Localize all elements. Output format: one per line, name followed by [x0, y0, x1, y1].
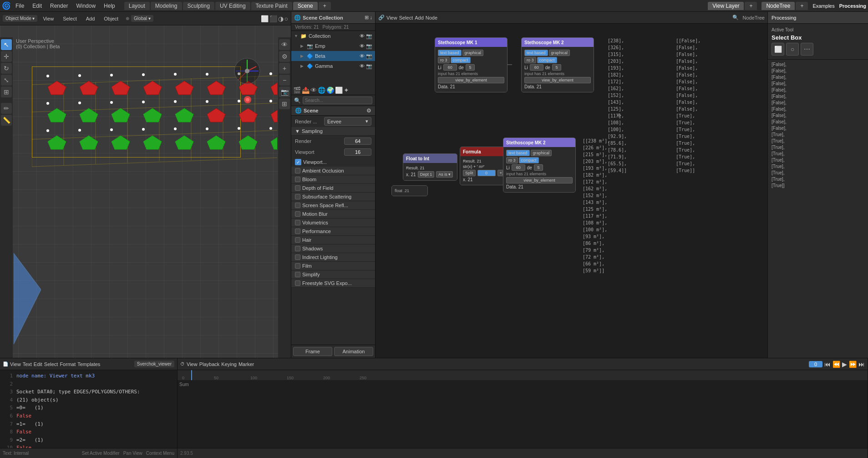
graphical-btn[interactable]: graphical [462, 50, 484, 56]
set-active-modifier-btn[interactable]: Set Active Modifier [82, 451, 120, 456]
view-by-element-btn2[interactable]: view_by_element [524, 77, 591, 83]
menu-render[interactable]: Render [46, 2, 71, 10]
de-value2[interactable]: 5 [552, 64, 561, 71]
viewport-add-menu[interactable]: Add [82, 15, 99, 22]
mode-dropdown[interactable]: Object Mode ▾ [3, 15, 37, 22]
compact-btn3[interactable]: compact [519, 157, 539, 163]
scene-settings-icon[interactable]: ⚙ [366, 107, 371, 114]
freestyle-checkbox[interactable] [295, 280, 300, 286]
view-options-icon[interactable]: ↓ [370, 15, 373, 20]
subsurface-checkbox[interactable] [295, 194, 300, 199]
section-depth-of-field[interactable]: Depth of Field [291, 184, 375, 193]
section-motion-blur[interactable]: Motion Blur [291, 210, 375, 219]
camera-icon[interactable]: 📷 [279, 87, 290, 97]
viewport-select-menu[interactable]: Select [59, 15, 81, 22]
ro3-compact-toggle2[interactable]: ro 3 compact [524, 57, 557, 63]
viewport-3d[interactable]: ↖ ✛ ↻ ⤡ ⊞ ✏ 📏 👁 ⚙ + − 📷 ⊞ [0, 25, 291, 358]
section-bloom[interactable]: Bloom [291, 175, 375, 184]
ssr-checkbox[interactable] [295, 203, 300, 208]
select-box-icon-btn[interactable]: ⬜ [772, 43, 784, 56]
te-select[interactable]: Select [44, 361, 58, 367]
text-editor-content[interactable]: 1 node name: Viewer text mk3 2 3 Socket … [0, 370, 177, 448]
sampling-section[interactable]: ▼ Sampling [291, 127, 375, 136]
prop-tab-view-layer[interactable]: 👁 [310, 87, 317, 94]
tab-scene[interactable]: Scene [293, 2, 318, 10]
viewport-value[interactable]: 16 [344, 148, 371, 156]
shading-render[interactable]: ○ [284, 15, 288, 22]
shading-material[interactable]: ◑ [278, 15, 284, 22]
ro3-compact-toggle3[interactable]: ro 3 compact [506, 157, 539, 163]
eye-icon-gamma[interactable]: 👁 [360, 63, 365, 69]
text-based-btn2[interactable]: text based [524, 50, 548, 56]
fti-depth-btn[interactable]: Dept 1 [418, 171, 435, 178]
compact-btn[interactable]: compact [451, 57, 471, 63]
fti-as-dropdown[interactable]: As is ▾ [436, 171, 453, 178]
zoom-in[interactable]: + [279, 63, 290, 74]
measure-tool[interactable]: 📏 [1, 115, 12, 126]
jump-start-btn[interactable]: ⏮ [824, 361, 831, 368]
tab-texture-paint[interactable]: Texture Paint [251, 2, 292, 10]
formula-split-btn[interactable]: Split [463, 170, 476, 176]
node-add-menu[interactable]: Add [415, 15, 424, 20]
select-circle-icon-btn[interactable]: ○ [786, 43, 799, 56]
camera-select-icon[interactable]: 📷 [366, 33, 372, 39]
tl-playback[interactable]: Playback [199, 361, 220, 367]
node-node-menu[interactable]: Node [426, 15, 437, 20]
te-view[interactable]: View [10, 361, 21, 367]
te-text[interactable]: Text [23, 361, 32, 367]
menu-edit[interactable]: Edit [29, 2, 46, 10]
text-based-btn3[interactable]: text based [506, 150, 530, 156]
eye-icon[interactable]: 👁 [360, 33, 365, 39]
compact-btn2[interactable]: compact [537, 57, 557, 63]
tab-add-node[interactable]: + [796, 2, 808, 10]
graphical-btn2[interactable]: graphical [549, 50, 570, 56]
timeline-content[interactable]: 0 50 100 150 200 250 Sum [178, 370, 868, 448]
prev-frame-btn[interactable]: ⏪ [832, 361, 840, 368]
rotate-tool[interactable]: ↻ [1, 63, 12, 74]
ro3-btn3[interactable]: ro 3 [506, 157, 518, 163]
node-search-icon[interactable]: 🔍 [732, 15, 739, 20]
animation-button[interactable]: Animation [334, 347, 373, 356]
menu-window[interactable]: Window [72, 2, 99, 10]
section-volumetrics[interactable]: Volumetrics [291, 219, 375, 227]
tab-sculpting[interactable]: Sculpting [183, 2, 214, 10]
shadows-checkbox[interactable] [295, 246, 300, 251]
indirect-lighting-checkbox[interactable] [295, 254, 300, 260]
prop-tab-render[interactable]: 🎬 [293, 87, 301, 94]
node-float[interactable]: float .21 [391, 185, 428, 196]
camera-icon-beta[interactable]: 📷 [366, 53, 372, 59]
node-stethoscope-mk2-bottom[interactable]: Stethoscope MK 2 text based graphical ro… [503, 137, 576, 193]
transform-tool[interactable]: ⊞ [1, 87, 12, 97]
menu-file[interactable]: File [12, 2, 28, 10]
motion-blur-checkbox[interactable] [295, 211, 300, 217]
navigator-gizmo[interactable] [233, 57, 261, 86]
performance-checkbox[interactable] [295, 229, 300, 234]
outliner-item-emp[interactable]: ▶ 📷 Emp 👁 📷 [291, 41, 375, 51]
select-lasso-icon-btn[interactable]: ⋯ [801, 43, 813, 56]
camera-icon-emp2[interactable]: 📷 [366, 43, 372, 49]
de-value[interactable]: 5 [466, 64, 475, 71]
pan-view-btn[interactable]: Pan View [123, 451, 142, 456]
formula-split-val[interactable]: 0 [477, 170, 496, 176]
volumetrics-checkbox[interactable] [295, 220, 300, 225]
view-by-element-btn3[interactable]: view_by_element [506, 177, 573, 183]
section-simplify[interactable]: Simplify [291, 270, 375, 279]
node-float-to-int[interactable]: Float to Int Result. 21 x. 21 Dept 1 As … [403, 153, 457, 181]
ro3-btn[interactable]: ro 3 [438, 57, 450, 63]
tab-add[interactable]: + [319, 2, 331, 10]
viewport-settings[interactable]: ⚙ [279, 51, 290, 62]
render-engine-dropdown[interactable]: Eevee ▾ [324, 117, 371, 126]
graphical-btn3[interactable]: graphical [531, 150, 552, 156]
text-toggle[interactable]: text based graphical [438, 50, 483, 56]
view-by-element-btn[interactable]: view_by_element [438, 77, 504, 83]
render-search-input[interactable] [303, 97, 372, 104]
ambient-occlusion-checkbox[interactable] [295, 168, 300, 173]
section-ssr[interactable]: Screen Space Refl... [291, 201, 375, 210]
text-based-btn[interactable]: text based [438, 50, 462, 56]
render-value[interactable]: 64 [344, 137, 371, 145]
outliner-item-beta[interactable]: ▶ 🔷 Beta 👁 📷 [291, 51, 375, 61]
section-hair[interactable]: Hair [291, 236, 375, 244]
tab-modeling[interactable]: Modeling [151, 2, 182, 10]
next-frame-btn[interactable]: ⏩ [849, 361, 857, 368]
eye-icon-beta[interactable]: 👁 [360, 53, 365, 59]
